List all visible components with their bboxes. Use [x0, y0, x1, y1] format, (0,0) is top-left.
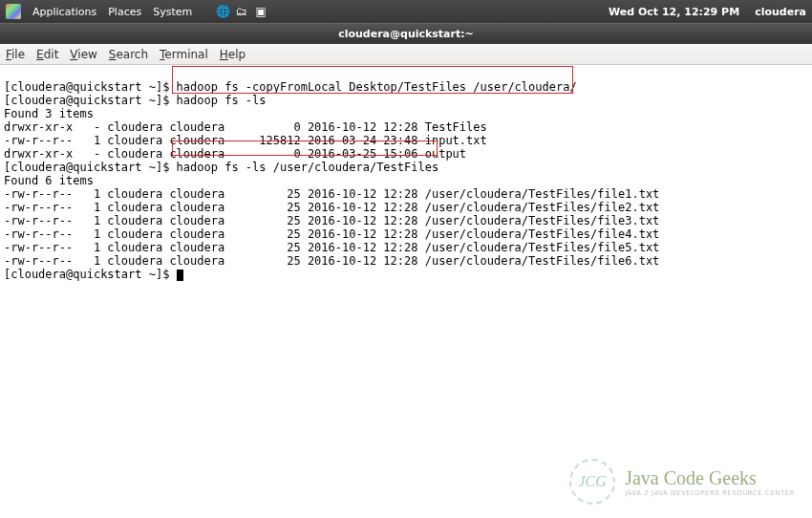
files-icon[interactable]: 🗂: [234, 4, 249, 19]
window-title: cloudera@quickstart:~: [338, 28, 474, 40]
term-line: Found 6 items: [4, 174, 94, 187]
menu-help[interactable]: Help: [220, 48, 246, 61]
term-line: Found 3 items: [4, 107, 94, 120]
term-prompt: [cloudera@quickstart ~]$: [4, 268, 177, 281]
term-line: drwxr-xr-x - cloudera cloudera 0 2016-03…: [4, 147, 466, 161]
term-line: -rw-r--r-- 1 cloudera cloudera 25 2016-1…: [4, 201, 659, 214]
panel-applications[interactable]: Applications: [32, 6, 96, 18]
terminal-launcher-icon[interactable]: ▣: [253, 4, 268, 19]
panel-user[interactable]: cloudera: [755, 6, 806, 18]
panel-places[interactable]: Places: [108, 6, 141, 18]
panel-system[interactable]: System: [153, 6, 192, 18]
panel-clock[interactable]: Wed Oct 12, 12:29 PM: [609, 6, 739, 18]
menu-terminal[interactable]: Terminal: [160, 48, 208, 61]
distro-icon: [6, 4, 21, 19]
menu-view[interactable]: View: [70, 48, 96, 61]
window-titlebar[interactable]: cloudera@quickstart:~: [0, 23, 812, 44]
term-line: -rw-r--r-- 1 cloudera cloudera 25 2016-1…: [4, 254, 659, 268]
menu-file[interactable]: File: [6, 48, 25, 61]
watermark: JCG Java Code Geeks Java 2 Java Develope…: [569, 459, 795, 505]
menu-search[interactable]: Search: [109, 48, 148, 61]
term-line: -rw-r--r-- 1 cloudera cloudera 25 2016-1…: [4, 187, 659, 201]
term-line: -rw-r--r-- 1 cloudera cloudera 25 2016-1…: [4, 241, 659, 254]
term-line: [cloudera@quickstart ~]$ hadoop fs -ls: [4, 94, 267, 107]
term-line: -rw-r--r-- 1 cloudera cloudera 25 2016-1…: [4, 214, 659, 227]
watermark-logo-icon: JCG: [569, 459, 615, 505]
term-line: [cloudera@quickstart ~]$ hadoop fs -ls /…: [4, 161, 438, 174]
terminal-menubar: File Edit View Search Terminal Help: [0, 44, 812, 65]
terminal-output[interactable]: [cloudera@quickstart ~]$ hadoop fs -copy…: [0, 65, 812, 518]
term-line: -rw-r--r-- 1 cloudera cloudera 125812 20…: [4, 134, 487, 147]
system-panel: Applications Places System 🌐 🗂 ▣ Wed Oct…: [0, 0, 812, 23]
term-line: [cloudera@quickstart ~]$ hadoop fs -copy…: [4, 80, 577, 94]
watermark-title: Java Code Geeks: [625, 467, 795, 489]
menu-edit[interactable]: Edit: [36, 48, 58, 61]
cursor-icon: [177, 270, 183, 281]
watermark-subtitle: Java 2 Java Developers Resource Center: [625, 489, 795, 497]
browser-icon[interactable]: 🌐: [215, 4, 230, 19]
term-line: -rw-r--r-- 1 cloudera cloudera 25 2016-1…: [4, 227, 659, 241]
term-line: drwxr-xr-x - cloudera cloudera 0 2016-10…: [4, 120, 487, 134]
